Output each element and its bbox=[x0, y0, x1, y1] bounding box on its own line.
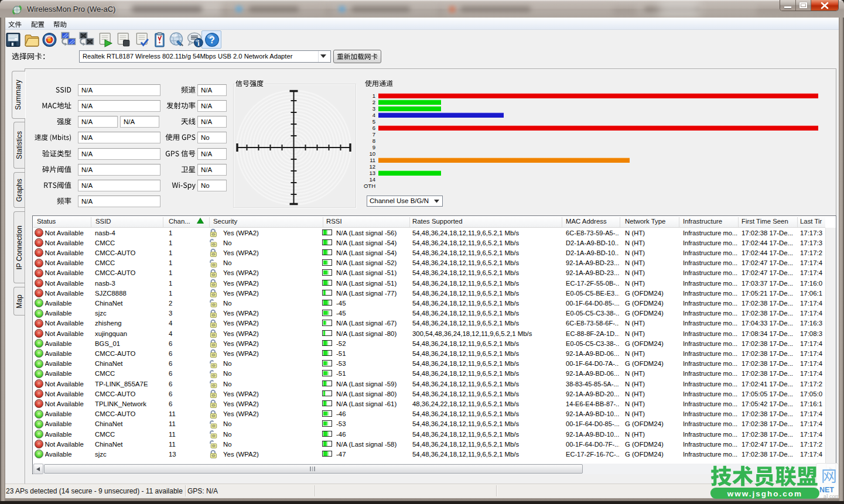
svg-text:?: ? bbox=[209, 35, 215, 45]
